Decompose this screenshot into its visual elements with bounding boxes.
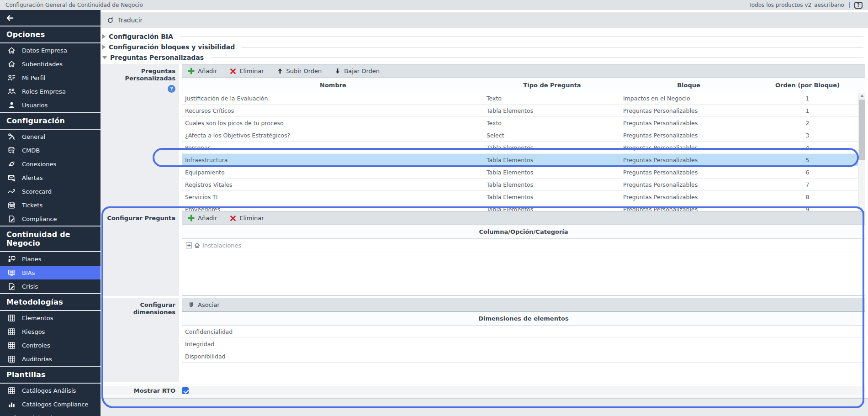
sidebar-item-label: Alertas [22,174,43,181]
option-row-mostrar-rto: Mostrar RTO [101,386,865,395]
sidebar-item-elementos[interactable]: Elementos [0,311,101,325]
sidebar-item-label: Roles Empresa [22,88,66,95]
main-content: Traducir Configuración BIA Configuración… [101,10,868,416]
cell-bloque: Preguntas Personalizables [620,194,757,200]
sidebar-item-roles-empresa[interactable]: Roles Empresa [0,84,101,98]
sidebar-item-label: Crisis [22,283,38,290]
mostrar-rto-checkbox[interactable] [182,387,189,394]
cell-bloque: Preguntas Personalizables [620,132,757,139]
sidebar-item-crisis[interactable]: Crisis [0,279,101,293]
vertical-scrollbar[interactable] [858,93,865,216]
sidebar-item-modelos-encuestas[interactable]: Modelos de Encuestas [0,411,101,416]
move-up-button[interactable]: Subir Orden [277,68,322,74]
grid-icon [7,341,16,350]
accordion-label: Configuración bloques y visibilidad [109,43,235,51]
help-icon[interactable]: ? [168,85,175,93]
sidebar-item-conexiones[interactable]: Conexiones [0,157,101,171]
sidebar-item-label: Catálogos Análisis [22,387,76,394]
sidebar-item-catalogos-compliance[interactable]: Catálogos Compliance [0,397,101,411]
sidebar-item-riesgos[interactable]: Riesgos [0,325,101,338]
table-row[interactable]: Justificación de la Evaluación Texto Imp… [182,92,865,105]
cell-bloque: Impactos en el Negocio [620,95,757,102]
table-row-selected[interactable]: Infraestructura Tabla Elementos Pregunta… [182,154,865,166]
sidebar-item-auditorias[interactable]: Auditorías [0,352,101,366]
accordion-label: Configuración BIA [109,33,173,40]
column-header-tipo[interactable]: Tipo de Pregunta [484,82,620,89]
sidebar-item-label: Auditorías [22,356,52,363]
delete-button[interactable]: Eliminar [230,215,264,221]
sidebar-item-tickets[interactable]: Tickets [0,198,101,212]
scrollbar-up-button[interactable] [858,93,865,99]
accordion-configuracion-bia[interactable]: Configuración BIA [102,32,866,41]
sidebar-item-catalogos-analisis[interactable]: Catálogos Análisis [0,384,101,397]
sidebar-back-button[interactable] [0,10,101,26]
sidebar-item-datos-empresa[interactable]: Datos Empresa [0,43,101,57]
associate-button[interactable]: Asociar [188,301,220,309]
sidebar-section-plantillas: Plantillas [0,366,101,384]
column-header-bloque[interactable]: Bloque [620,82,757,89]
table-row[interactable]: Registros Vitales Tabla Elementos Pregun… [182,179,865,191]
cell-bloque: Preguntas Personalizables [620,169,757,176]
calendar-icon [7,201,16,210]
column-header-nombre[interactable]: Nombre [182,82,484,89]
column-header-orden[interactable]: Orden (por Bloque) [757,82,858,89]
cell-tipo: Texto [484,95,620,102]
cell-bloque: Preguntas Personalizables [620,144,757,151]
bar-chart-icon [7,400,16,409]
cell-orden: 1 [757,107,858,114]
sidebar-item-general[interactable]: General [0,130,101,143]
sidebar-item-bias[interactable]: BIAs [0,266,101,279]
accordion-configuracion-bloques[interactable]: Configuración bloques y visibilidad [102,42,866,52]
sidebar-item-subentidades[interactable]: Subentidades [0,57,101,71]
cell-nombre: Infraestructura [182,157,484,163]
help-bubble-icon[interactable]: ? [854,2,863,9]
mail-icon [7,174,16,182]
cell-tipo: Tabla Elementos [484,194,620,200]
cell-tipo: Tabla Elementos [484,144,620,151]
table-row[interactable]: Personas Tabla Elementos Preguntas Perso… [182,142,865,154]
expand-plus-icon[interactable]: + [186,242,192,248]
cell-bloque: Preguntas Personalizables [620,120,757,126]
dimension-row[interactable]: Disponibilidad [182,350,865,363]
scrollbar-thumb[interactable] [859,100,865,160]
dimension-row[interactable]: Confidencialidad [182,326,865,338]
tree-item-instalaciones[interactable]: + Instalaciones [182,239,865,252]
presenter-icon [7,255,16,263]
move-down-button[interactable]: Bajar Orden [334,68,380,74]
cell-orden: 4 [757,144,858,151]
chevron-right-icon [102,45,106,49]
sidebar-item-alertas[interactable]: Alertas [0,171,101,184]
delete-button[interactable]: Eliminar [230,68,264,74]
triangle-up-icon [860,95,864,97]
cell-tipo: Tabla Elementos [484,169,620,176]
table-row[interactable]: ¿Afecta a los Objetivos Estratégicos? Se… [182,129,865,142]
add-button[interactable]: Añadir [188,215,217,221]
grid-icon [7,327,16,336]
accordion-preguntas-personalizadas[interactable]: Preguntas Personalizadas [102,53,866,62]
cell-bloque: Preguntas Personalizables [620,107,757,114]
arrow-down-icon [334,68,341,74]
sidebar-item-scorecard[interactable]: Scorecard [0,184,101,198]
sidebar-item-label: Elementos [22,315,53,321]
table-row[interactable]: Cuales son los picos de tu proceso Texto… [182,117,865,129]
sidebar-item-cmdb[interactable]: CMDB [0,143,101,157]
sidebar-item-controles[interactable]: Controles [0,338,101,352]
home-icon [7,60,16,68]
grid-icon [7,386,16,395]
sidebar-item-mi-perfil[interactable]: Mi Perfil [0,71,101,84]
translate-button[interactable]: Traducir [101,12,868,28]
products-switcher-label[interactable]: Todos los productos v2_aescribano [749,2,844,8]
column-header-dimensiones: Dimensiones de elementos [182,312,865,326]
table-row[interactable]: Equipamiento Tabla Elementos Preguntas P… [182,166,865,179]
table-row[interactable]: Recursos Críticos Tabla Elementos Pregun… [182,105,865,117]
sidebar-item-label: Riesgos [22,328,45,335]
dimension-label: Confidencialidad [185,328,233,335]
add-button[interactable]: Añadir [188,68,217,74]
monitor-icon [7,269,16,277]
dimension-row[interactable]: Integridad [182,338,865,350]
sidebar-item-compliance[interactable]: Compliance [0,212,101,226]
cell-nombre: Personas [182,144,484,151]
sidebar-item-usuarios[interactable]: Usuarios [0,98,101,112]
table-row[interactable]: Servicios TI Tabla Elementos Preguntas P… [182,191,865,203]
sidebar-item-planes[interactable]: Planes [0,252,101,266]
